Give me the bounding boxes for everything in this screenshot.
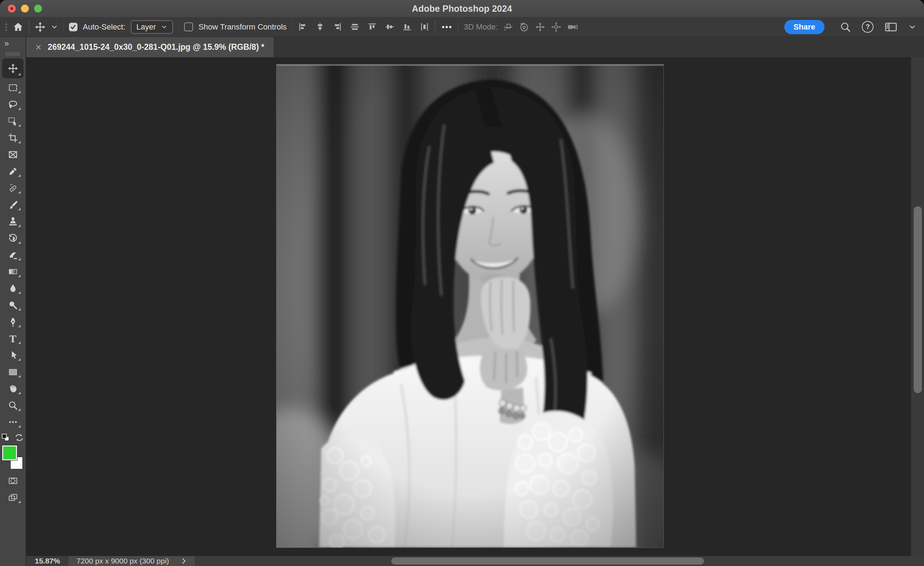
status-bar: 15.87% 7200 px x 9000 px (300 ppi)	[26, 556, 924, 566]
align-vertical-centers-icon[interactable]	[385, 22, 394, 32]
share-button[interactable]: Share	[784, 20, 825, 34]
zoom-tool[interactable]	[2, 397, 24, 414]
home-icon	[13, 22, 24, 32]
eraser-tool[interactable]	[2, 247, 24, 263]
object-selection-tool[interactable]	[2, 113, 24, 129]
divider	[435, 21, 435, 33]
mode-3d-label: 3D Mode:	[464, 23, 498, 32]
tools-panel-grip[interactable]	[6, 52, 20, 56]
distribute-horizontal-centers-icon[interactable]	[420, 22, 429, 32]
share-label: Share	[794, 23, 815, 32]
spot-healing-brush-tool[interactable]	[2, 180, 24, 196]
divider	[458, 21, 459, 33]
home-button[interactable]	[13, 22, 24, 32]
history-brush-tool[interactable]	[2, 230, 24, 247]
horizontal-scrollbar-thumb[interactable]	[391, 557, 704, 564]
titlebar: Adobe Photoshop 2024	[0, 0, 924, 17]
3d-slide-icon[interactable]	[551, 22, 561, 32]
close-tab-icon[interactable]: ×	[36, 42, 41, 52]
window-title: Adobe Photoshop 2024	[412, 3, 512, 14]
divider	[29, 21, 30, 33]
frame-tool[interactable]	[2, 146, 24, 163]
document-tab[interactable]: × 269244_1015-24_0x30_0-281-Q01.jpg @ 15…	[26, 37, 274, 57]
document-canvas[interactable]	[26, 57, 924, 556]
clone-stamp-tool[interactable]	[2, 213, 24, 230]
move-icon	[35, 22, 45, 32]
fullscreen-window-button[interactable]	[34, 5, 42, 12]
crop-tool[interactable]	[2, 129, 24, 146]
path-selection-tool[interactable]	[2, 347, 24, 364]
more-align-options-icon[interactable]	[441, 24, 453, 30]
color-control-row	[1, 431, 24, 445]
swap-colors-icon[interactable]	[14, 433, 24, 443]
auto-select-target-value: Layer	[136, 23, 156, 32]
divider	[178, 21, 179, 33]
3d-camera-icon[interactable]	[567, 22, 578, 32]
show-transform-checkbox[interactable]	[184, 23, 193, 31]
auto-select-target-dropdown[interactable]: Layer	[131, 20, 173, 34]
help-icon[interactable]: ?	[862, 21, 873, 33]
show-transform-label: Show Transform Controls	[198, 23, 286, 32]
align-buttons	[298, 22, 429, 32]
align-horizontal-centers-icon[interactable]	[315, 22, 325, 32]
portrait-photo	[276, 65, 663, 548]
align-left-edges-icon[interactable]	[298, 22, 308, 32]
minimize-window-button[interactable]	[21, 5, 29, 12]
document-image[interactable]	[276, 65, 663, 548]
brush-tool[interactable]	[2, 196, 24, 213]
options-bar-right: ?	[840, 21, 916, 33]
options-bar-grip[interactable]	[5, 22, 8, 32]
edit-toolbar-button[interactable]	[2, 414, 24, 431]
align-bottom-edges-icon[interactable]	[402, 22, 412, 32]
collapse-tools-icon[interactable]: »	[0, 37, 9, 48]
type-tool-glyph: T	[9, 333, 16, 345]
document-info-text: 7200 px x 9000 px (300 ppi)	[76, 557, 169, 565]
3d-roll-icon[interactable]	[519, 22, 530, 32]
auto-select-checkbox[interactable]	[69, 23, 78, 31]
search-icon[interactable]	[840, 21, 851, 33]
help-glyph: ?	[866, 23, 870, 31]
chevron-down-icon[interactable]	[51, 24, 58, 31]
chevron-down-icon[interactable]	[908, 23, 916, 31]
screen-mode-button[interactable]	[2, 489, 24, 506]
hand-tool[interactable]	[2, 380, 24, 397]
rectangle-tool[interactable]	[2, 364, 24, 380]
align-top-edges-icon[interactable]	[368, 22, 377, 32]
document-info-box[interactable]: 7200 px x 9000 px (300 ppi)	[69, 556, 194, 566]
quick-mask-button[interactable]	[2, 473, 24, 489]
eyedropper-tool[interactable]	[2, 163, 24, 180]
document-tab-title: 269244_1015-24_0x30_0-281-Q01.jpg @ 15.9…	[48, 42, 264, 52]
color-swatches	[2, 446, 24, 473]
move-tool[interactable]	[2, 58, 24, 78]
tools-panel: »	[0, 37, 26, 566]
dodge-tool[interactable]	[2, 297, 24, 313]
vertical-scrollbar[interactable]	[911, 57, 924, 556]
photoshop-window: Adobe Photoshop 2024 Auto-Select: Layer …	[0, 0, 924, 566]
divider	[292, 21, 293, 33]
workspace-switcher-icon[interactable]	[884, 21, 898, 33]
document-tab-bar: × 269244_1015-24_0x30_0-281-Q01.jpg @ 15…	[26, 37, 924, 57]
foreground-color-swatch[interactable]	[2, 446, 17, 460]
check-icon	[70, 24, 76, 30]
3d-orbit-icon[interactable]	[503, 22, 513, 32]
chevron-right-icon[interactable]	[181, 557, 187, 564]
close-window-button[interactable]	[8, 5, 16, 12]
lasso-tool[interactable]	[2, 96, 24, 113]
divider	[63, 21, 64, 33]
align-right-edges-icon[interactable]	[333, 22, 342, 32]
auto-select-label: Auto-Select:	[83, 23, 126, 32]
vertical-scrollbar-thumb[interactable]	[914, 206, 922, 393]
gradient-tool[interactable]	[2, 263, 24, 280]
default-colors-icon[interactable]	[1, 433, 10, 442]
zoom-level-field[interactable]: 15.87%	[26, 557, 69, 565]
chevron-down-icon	[161, 24, 167, 30]
pen-tool[interactable]	[2, 313, 24, 330]
tool-preset-move[interactable]	[35, 22, 45, 32]
distribute-vertical-centers-icon[interactable]	[350, 22, 360, 32]
traffic-lights	[8, 5, 42, 12]
blur-tool[interactable]	[2, 280, 24, 297]
type-tool[interactable]: T	[2, 330, 24, 347]
rectangular-marquee-tool[interactable]	[2, 79, 24, 96]
options-bar: Auto-Select: Layer Show Transform Contro…	[0, 17, 924, 37]
3d-pan-icon[interactable]	[535, 22, 546, 32]
